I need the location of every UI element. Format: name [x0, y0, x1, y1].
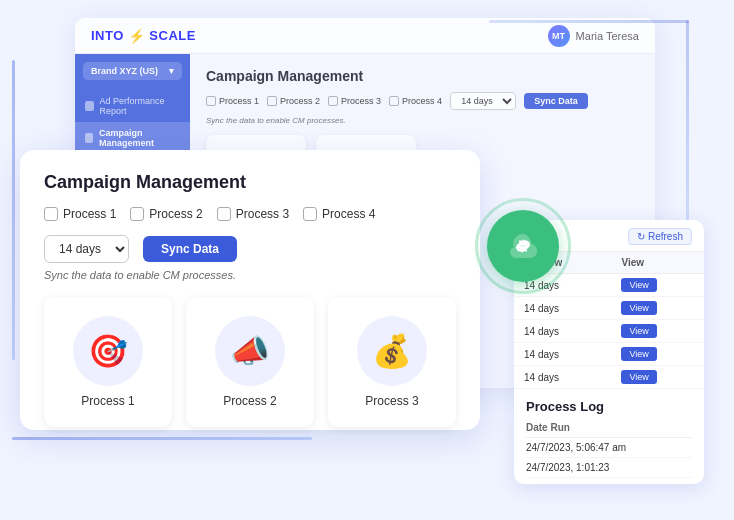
bg-checkbox-icon[interactable]: [328, 96, 338, 106]
view-cell: View: [611, 274, 704, 297]
bg-sync-button[interactable]: Sync Data: [524, 93, 588, 109]
bg-brand-chevron: ▾: [169, 66, 174, 76]
bg-topbar: INTO ⚡ SCALE MT Maria Teresa: [75, 18, 655, 54]
view-cell: View: [611, 297, 704, 320]
main-card-process1: 🎯 Process 1: [44, 297, 172, 427]
log-date-cell: 24/7/2023, 5:06:47 am: [526, 438, 692, 458]
main-p4-label: Process 4: [322, 207, 375, 221]
logo-into: INTO: [91, 28, 124, 43]
process-log-title: Process Log: [526, 399, 692, 414]
main-process2-icon: 📣: [215, 316, 285, 386]
main-sync-button[interactable]: Sync Data: [143, 236, 237, 262]
log-row: 24/7/2023, 5:06:47 am: [526, 438, 692, 458]
bg-date-select[interactable]: 14 days: [450, 92, 516, 110]
bg-nav-ad-label: Ad Performance Report: [100, 96, 180, 116]
view-button[interactable]: View: [621, 347, 656, 361]
view-button[interactable]: View: [621, 301, 656, 315]
window-cell: 14 days: [514, 320, 611, 343]
view-col-header: View: [611, 252, 704, 274]
bg-logo: INTO ⚡ SCALE: [91, 28, 196, 44]
table-row: 14 days View: [514, 320, 704, 343]
bg-nav-item-ad[interactable]: Ad Performance Report: [75, 90, 190, 122]
view-button[interactable]: View: [621, 324, 656, 338]
bg-process3-label: Process 3: [341, 96, 381, 106]
view-cell: View: [611, 343, 704, 366]
main-process-cards: 🎯 Process 1 📣 Process 2 💰 Process 3: [44, 297, 456, 427]
table-row: 14 days View: [514, 343, 704, 366]
deco-border-left: [12, 60, 15, 360]
date-run-header: Date Run: [526, 422, 692, 438]
main-process1-icon: 🎯: [73, 316, 143, 386]
table-row: 14 days View: [514, 297, 704, 320]
bg-filters: Process 1 Process 2 Process 3 Process 4 …: [206, 92, 639, 110]
main-card-process3: 💰 Process 3: [328, 297, 456, 427]
window-cell: 14 days: [514, 343, 611, 366]
deco-border-bottom: [12, 437, 312, 440]
main-card-title: Campaign Management: [44, 172, 456, 193]
view-button[interactable]: View: [621, 278, 656, 292]
main-checkbox-process1[interactable]: Process 1: [44, 207, 116, 221]
logo-scale: SCALE: [149, 28, 196, 43]
logo-lightning-icon: ⚡: [128, 28, 146, 44]
window-cell: 14 days: [514, 366, 611, 389]
bg-checkbox-icon[interactable]: [267, 96, 277, 106]
bg-user-area: MT Maria Teresa: [548, 25, 639, 47]
process-log-section: Process Log Date Run 24/7/2023, 5:06:47 …: [514, 389, 704, 484]
bg-campaign-icon: [85, 133, 93, 143]
main-subtitle: Sync the data to enable CM processes.: [44, 269, 456, 281]
main-p2-label: Process 2: [149, 207, 202, 221]
main-checkbox-process4[interactable]: Process 4: [303, 207, 375, 221]
bg-chart-icon: [85, 101, 94, 111]
main-process1-label: Process 1: [81, 394, 134, 408]
main-checkbox-p1-icon[interactable]: [44, 207, 58, 221]
bg-checkbox-process2[interactable]: Process 2: [267, 96, 320, 106]
bg-process1-label: Process 1: [219, 96, 259, 106]
main-process3-label: Process 3: [365, 394, 418, 408]
bg-avatar: MT: [548, 25, 570, 47]
main-campaign-card: Campaign Management Process 1 Process 2 …: [20, 150, 480, 430]
table-row: 14 days View: [514, 366, 704, 389]
main-checkbox-p3-icon[interactable]: [217, 207, 231, 221]
log-row: 24/7/2023, 1:01:23: [526, 458, 692, 478]
sync-svg: [505, 228, 541, 264]
bg-user-name: Maria Teresa: [576, 30, 639, 42]
bg-brand-selector[interactable]: Brand XYZ (US) ▾: [83, 62, 182, 80]
main-p1-label: Process 1: [63, 207, 116, 221]
process-log-table: Date Run 24/7/2023, 5:06:47 am24/7/2023,…: [526, 422, 692, 478]
main-checkbox-p2-icon[interactable]: [130, 207, 144, 221]
deco-border-top: [489, 20, 689, 23]
main-process3-icon: 💰: [357, 316, 427, 386]
bg-checkbox-process4[interactable]: Process 4: [389, 96, 442, 106]
deco-border-right: [686, 20, 689, 220]
bg-process2-label: Process 2: [280, 96, 320, 106]
sync-cloud-icon[interactable]: [487, 210, 559, 282]
bg-subtitle: Sync the data to enable CM processes.: [206, 116, 639, 125]
bg-checkbox-icon[interactable]: [389, 96, 399, 106]
refresh-button[interactable]: ↻ Refresh: [628, 228, 692, 245]
view-cell: View: [611, 320, 704, 343]
bg-page-title: Campaign Management: [206, 68, 639, 84]
main-date-select[interactable]: 14 days: [44, 235, 129, 263]
view-button[interactable]: View: [621, 370, 656, 384]
main-card-process2: 📣 Process 2: [186, 297, 314, 427]
view-cell: View: [611, 366, 704, 389]
main-process2-label: Process 2: [223, 394, 276, 408]
main-filters-row: Process 1 Process 2 Process 3 Process 4 …: [44, 207, 456, 263]
bg-checkbox-process3[interactable]: Process 3: [328, 96, 381, 106]
window-cell: 14 days: [514, 297, 611, 320]
main-checkbox-p4-icon[interactable]: [303, 207, 317, 221]
bg-checkbox-process1[interactable]: Process 1: [206, 96, 259, 106]
bg-process4-label: Process 4: [402, 96, 442, 106]
main-p3-label: Process 3: [236, 207, 289, 221]
bg-nav-campaign-label: Campaign Management: [99, 128, 180, 148]
main-checkbox-process3[interactable]: Process 3: [217, 207, 289, 221]
bg-checkbox-icon[interactable]: [206, 96, 216, 106]
log-date-cell: 24/7/2023, 1:01:23: [526, 458, 692, 478]
bg-brand-label: Brand XYZ (US): [91, 66, 158, 76]
main-checkbox-process2[interactable]: Process 2: [130, 207, 202, 221]
